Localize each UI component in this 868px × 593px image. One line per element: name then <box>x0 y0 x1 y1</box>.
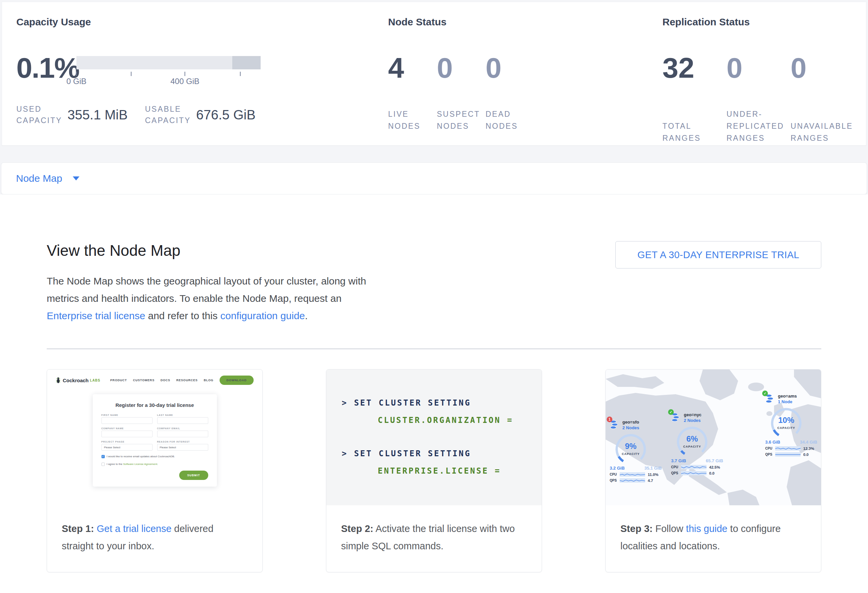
cluster-summary-panel: Capacity Usage 0.1% 0 GiB 400 GiB <box>1 1 867 146</box>
software-license-agreement-link: Software License Agreement. <box>123 463 158 466</box>
capacity-gauge: 10% CAPACITY <box>770 407 803 440</box>
step-2-caption: Step 2: Activate the trial license with … <box>326 505 542 555</box>
section-title: Capacity Usage <box>16 15 388 29</box>
first-name-field <box>102 417 152 424</box>
brand-suffix: LABS <box>90 378 100 382</box>
node-map-preview: 1 geo=sfo 2 Nodes <box>606 369 821 505</box>
map-cluster-sfo: 1 geo=sfo 2 Nodes <box>610 419 664 483</box>
qps-label: QPS <box>610 478 620 482</box>
capacity-usage-section: Capacity Usage 0.1% 0 GiB 400 GiB <box>16 15 388 146</box>
used-capacity-value: 355.1 MiB <box>67 107 127 122</box>
locality-name: geo=ams <box>778 394 797 399</box>
form-title: Register for a 30-day trial license <box>102 402 208 408</box>
license-agreement-checkbox <box>102 463 105 466</box>
company-name-label: COMPANY NAME <box>102 427 152 430</box>
brand-name: Cockroach <box>63 378 89 383</box>
company-name-field <box>102 431 152 437</box>
cpu-value: 12.3% <box>803 447 814 450</box>
site-nav: PRODUCT CUSTOMERS DOCS RESOURCES BLOG DO… <box>104 375 254 385</box>
total-capacity: 35.1 GiB <box>644 466 662 471</box>
company-email-label: COMPANY EMAIL <box>157 427 208 430</box>
live-nodes-label: LIVE NODES <box>388 108 437 132</box>
step-2-label: Step 2: <box>341 523 373 534</box>
capacity-percent: 10% <box>770 416 803 425</box>
step-2-card: > SET CLUSTER SETTING CLUSTER.ORGANIZATI… <box>326 369 542 572</box>
suspect-nodes-label: SUSPECT NODES <box>437 108 486 132</box>
map-cluster-nyc: ✓ geo=nyc 2 Nodes <box>671 412 725 475</box>
step-1-text <box>94 523 97 534</box>
project-phase-select: Please Select <box>102 444 152 450</box>
node-map-intro-section: View the Node Map The Node Map shows the… <box>0 194 868 593</box>
license-agreement-text: I agree to the <box>107 463 123 466</box>
step-1-label: Step 1: <box>62 523 94 534</box>
first-name-label: FIRST NAME <box>102 414 152 416</box>
healthy-badge: ✓ <box>762 391 768 396</box>
error-badge: 1 <box>607 416 613 422</box>
under-replicated-ranges-count: 0 <box>726 54 791 87</box>
axis-label-400: 400 GiB <box>171 77 199 86</box>
qps-sparkline <box>681 471 707 475</box>
cpu-value: 42.5% <box>709 465 720 469</box>
nav-item-product: PRODUCT <box>110 378 127 382</box>
configuration-guide-link[interactable]: configuration guide <box>220 310 305 321</box>
step-3-caption: Step 3: Follow this guide to configure l… <box>606 505 821 555</box>
license-agreement-label: I agree to the Software License Agreemen… <box>107 463 158 466</box>
cpu-label: CPU <box>610 472 620 476</box>
last-name-label: LAST NAME <box>157 414 208 416</box>
cpu-sparkline <box>620 472 645 477</box>
submit-button: SUBMIT <box>179 471 208 480</box>
node-count: 1 Node <box>778 399 797 404</box>
dead-nodes-label: DEAD NODES <box>486 108 534 132</box>
total-capacity: 65.7 GiB <box>706 458 723 463</box>
section-divider <box>47 349 821 349</box>
used-capacity: 3.2 GiB <box>610 466 625 471</box>
axis-label-zero: 0 GiB <box>66 77 86 86</box>
cockroach-bug-icon <box>56 377 61 384</box>
cpu-label: CPU <box>765 447 775 450</box>
section-title: Replication Status <box>663 15 866 29</box>
live-nodes-count: 4 <box>388 54 437 87</box>
capacity-bar-reserved-segment <box>232 56 261 69</box>
nav-item-docs: DOCS <box>161 378 170 382</box>
locality-name: geo=sfo <box>622 419 639 425</box>
total-ranges-label: TOTAL RANGES <box>663 120 726 144</box>
cpu-sparkline <box>775 446 801 450</box>
step-3-card: 1 geo=sfo 2 Nodes <box>605 369 821 572</box>
get-enterprise-trial-button[interactable]: GET A 30-DAY ENTERPRISE TRIAL <box>616 241 821 268</box>
chevron-down-icon <box>73 177 80 180</box>
locality-name: geo=nyc <box>684 412 701 417</box>
get-trial-license-link[interactable]: Get a trial license <box>97 523 171 534</box>
registration-site-preview: Cockroach LABS PRODUCT CUSTOMERS DOCS RE… <box>47 369 262 505</box>
sql-setting-name: CLUSTER.ORGANIZATION = <box>378 416 542 425</box>
sql-setting-name: ENTERPRISE.LICENSE = <box>378 466 542 475</box>
cpu-sparkline <box>681 465 707 469</box>
node-map-selector[interactable]: Node Map <box>1 162 867 194</box>
dead-nodes-count: 0 <box>486 54 534 87</box>
node-count: 2 Nodes <box>622 425 639 430</box>
node-status-section: Node Status 4 0 0 LIVE NODES SUSPECT NOD… <box>388 15 663 146</box>
unavailable-ranges-label: UNAVAILABLE RANGES <box>791 120 855 144</box>
intro-text-block: View the Node Map The Node Map shows the… <box>47 243 369 325</box>
email-updates-checkbox: ✓ <box>102 455 105 458</box>
step-3-label: Step 3: <box>620 523 653 534</box>
node-count: 2 Nodes <box>684 418 701 423</box>
used-capacity-label: USED CAPACITY <box>16 103 62 126</box>
node-map-selector-label: Node Map <box>16 173 62 184</box>
this-guide-link[interactable]: this guide <box>686 523 728 534</box>
capacity-axis-ticks <box>77 69 261 77</box>
replication-status-section: Replication Status 32 0 0 TOTAL RANGES U… <box>663 15 866 146</box>
capacity-gauge: 9% CAPACITY <box>614 433 647 466</box>
reason-for-interest-label: REASON FOR INTEREST <box>157 441 208 443</box>
reason-for-interest-select: Please Select <box>157 444 208 450</box>
capacity-gauge: 6% CAPACITY <box>676 425 709 458</box>
healthy-badge: ✓ <box>668 409 674 415</box>
sql-prompt: > <box>342 398 348 408</box>
enterprise-trial-license-link[interactable]: Enterprise trial license <box>47 310 145 321</box>
qps-value: 0.0 <box>803 453 809 456</box>
qps-value: 0.0 <box>709 471 714 475</box>
page-title: View the Node Map <box>47 243 369 259</box>
company-email-field <box>157 431 208 437</box>
unavailable-ranges-count: 0 <box>791 54 855 87</box>
step-3-text: Follow <box>653 523 686 534</box>
qps-label: QPS <box>671 471 681 475</box>
